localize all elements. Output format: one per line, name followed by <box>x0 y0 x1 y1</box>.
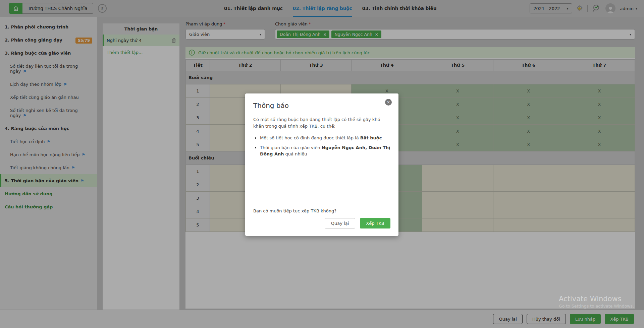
dialog-buttons: Quay lại Xếp TKB <box>253 218 390 228</box>
close-icon[interactable]: × <box>385 99 392 106</box>
warning-item: Một số tiết học cố định đang được thiết … <box>260 135 390 141</box>
notification-dialog: × Thông báo Có một số ràng buộc bạn đang… <box>245 93 398 236</box>
dialog-back-button[interactable]: Quay lại <box>325 218 355 228</box>
warning-item: Thời gian bận của giáo viên Nguyễn Ngọc … <box>260 145 390 157</box>
dialog-title: Thông báo <box>253 102 390 110</box>
dialog-confirm-button[interactable]: Xếp TKB <box>360 218 390 228</box>
dialog-paragraph: Có một số ràng buộc bạn đang thiết lập c… <box>253 116 390 130</box>
dialog-question: Bạn có muốn tiếp tục xếp TKB không? <box>253 208 390 213</box>
app-window: Trường THCS Chánh Nghĩa ? 01. Thiết lập … <box>0 0 644 328</box>
dialog-warning-list: Một số tiết học cố định đang được thiết … <box>253 135 390 157</box>
